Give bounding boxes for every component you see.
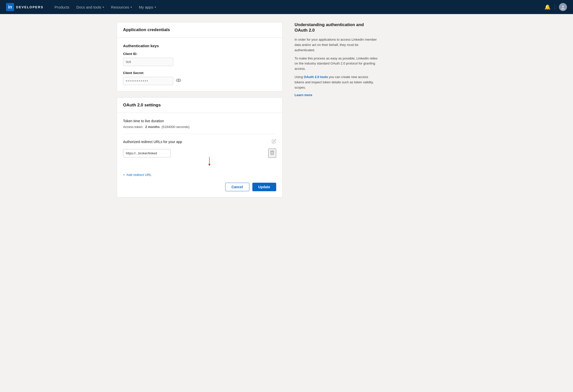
learn-more-link[interactable]: Learn more (295, 93, 378, 97)
docs-tools-chevron-icon: ▾ (103, 6, 104, 9)
app-credentials-header: Application credentials (117, 22, 282, 38)
client-secret-label: Client Secret: (123, 71, 276, 75)
my-apps-chevron-icon: ▾ (155, 6, 156, 9)
navbar-nav: Products Docs and tools ▾ Resources ▾ My… (51, 3, 544, 11)
main-layout: Application credentials Authentication k… (111, 14, 462, 206)
navbar-right: 🔔 (544, 3, 567, 11)
token-duration-label: Token time to live duration (123, 119, 276, 123)
app-credentials-body: Authentication keys Client ID: Client Se… (117, 38, 282, 91)
notification-bell-icon[interactable]: 🔔 (544, 4, 551, 10)
section-divider (123, 134, 276, 134)
redirect-section-header: Authorized redirect URLs for your app (123, 139, 276, 145)
auth-keys-section-title: Authentication keys (123, 44, 276, 48)
edit-redirect-icon[interactable] (272, 139, 276, 145)
navbar: in DEVELOPERS Products Docs and tools ▾ … (0, 0, 573, 14)
resources-chevron-icon: ▾ (131, 6, 132, 9)
nav-item-my-apps[interactable]: My apps ▾ (136, 3, 159, 11)
cancel-button[interactable]: Cancel (225, 183, 249, 191)
delete-redirect-url-button[interactable] (268, 149, 276, 158)
toggle-secret-visibility-icon[interactable] (176, 78, 181, 84)
sidebar-paragraph-2: To make this process as easy as possible… (295, 56, 378, 72)
oauth-settings-body: Token time to live duration Access token… (117, 113, 282, 197)
nav-divider (555, 4, 555, 10)
nav-item-products[interactable]: Products (51, 3, 72, 11)
client-id-input[interactable] (123, 58, 173, 66)
redirect-url-input[interactable] (123, 149, 171, 157)
sidebar-title: Understanding authentication and OAuth 2… (295, 22, 378, 33)
add-icon: + (123, 173, 125, 177)
client-secret-field-wrap (123, 77, 276, 85)
nav-item-resources[interactable]: Resources ▾ (108, 3, 135, 11)
oauth-settings-header: OAuth 2.0 settings (117, 98, 282, 113)
content-area: Application credentials Authentication k… (117, 22, 282, 198)
arrow-spacer (123, 161, 276, 173)
access-token-seconds: (5184000 seconds) (161, 125, 189, 129)
sidebar-paragraph-1: In order for your applications to access… (295, 37, 378, 53)
brand-text: DEVELOPERS (16, 5, 43, 9)
sidebar-paragraph-3: Using OAuth 2.0 tools you can create new… (295, 75, 378, 90)
svg-point-0 (562, 6, 564, 8)
button-row: Cancel Update (123, 183, 276, 191)
client-id-label: Client ID: (123, 52, 276, 56)
update-button[interactable]: Update (252, 183, 276, 191)
oauth-settings-card: OAuth 2.0 settings Token time to live du… (117, 97, 282, 198)
app-credentials-card: Application credentials Authentication k… (117, 22, 282, 91)
access-token-duration: 2 months (145, 125, 160, 129)
linkedin-logo-icon: in (6, 3, 14, 11)
redirect-section-title: Authorized redirect URLs for your app (123, 140, 182, 144)
svg-point-1 (561, 8, 565, 10)
access-token-prefix: Access token: (123, 125, 143, 129)
app-credentials-title: Application credentials (123, 27, 170, 32)
client-secret-input[interactable] (123, 77, 173, 85)
oauth-settings-title: OAuth 2.0 settings (123, 103, 161, 107)
add-redirect-url-button[interactable]: + Add redirect URL (123, 173, 276, 177)
redirect-url-row (123, 149, 276, 158)
svg-point-2 (176, 79, 181, 82)
access-token-text: Access token: 2 months (5184000 seconds) (123, 125, 276, 129)
brand[interactable]: in DEVELOPERS (6, 3, 43, 11)
avatar[interactable] (559, 3, 567, 11)
sidebar: Understanding authentication and OAuth 2… (282, 22, 378, 97)
nav-item-docs-tools[interactable]: Docs and tools ▾ (73, 3, 107, 11)
svg-point-3 (178, 80, 179, 81)
oauth-tools-link[interactable]: OAuth 2.0 tools (304, 75, 328, 79)
